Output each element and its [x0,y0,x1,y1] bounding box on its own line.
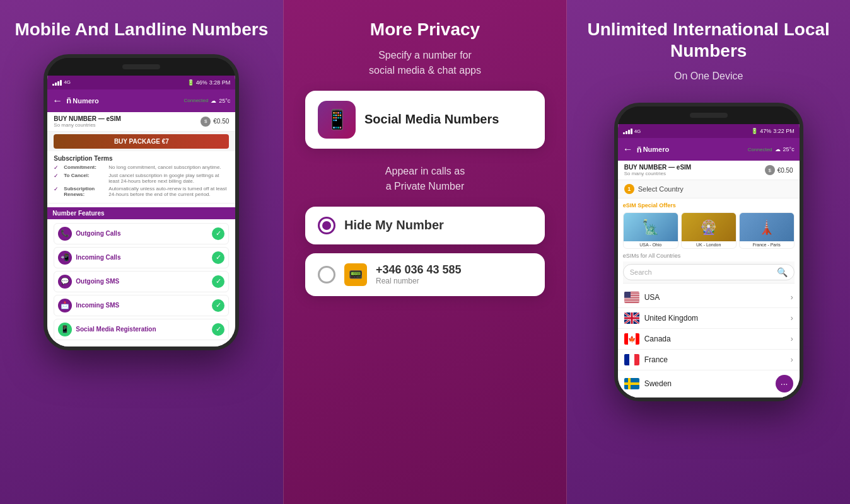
country-name-usa: USA [644,293,786,302]
number-features: Number Features 📞 Outgoing Calls ✓ 📲 Inc… [47,203,235,346]
feature-left-sms-in: 📩 Incoming SMS [58,299,119,312]
right-phone-screen: 4G 🔋 47% 3:22 PM ← ñ Numero Connected ☁ [618,124,800,398]
esim-offers: eSIM Special Offers 🗽 USA - Ohio 🎡 UK - … [618,198,800,287]
svg-rect-11 [636,333,639,345]
search-bar-wrap: Search 🔍 [623,261,795,284]
real-number-info: +346 036 43 585 Real number [376,263,462,285]
left-panel-title: Mobile And Landline Numbers [15,19,268,40]
time-display: 3:28 PM [209,79,231,86]
buy-package-btn[interactable]: BUY PACKAGE €7 [54,134,229,149]
outgoing-sms-check: ✓ [212,275,224,288]
esim-usa-label: USA - Ohio [624,241,678,248]
flag-canada: 🍁 [624,333,639,345]
right-phone-top [618,106,800,124]
feature-left-sms-out: 💬 Outgoing SMS [58,275,119,289]
signal-bars-icon [52,79,62,86]
check-icon-1: ✓ [54,164,60,171]
right-logo-n: ñ [637,145,642,154]
feature-outgoing-sms[interactable]: 💬 Outgoing SMS ✓ [54,271,229,292]
right-status-right: 🔋 47% 3:22 PM [751,128,795,134]
chevron-uk: › [791,314,793,323]
right-phone-notch [690,113,728,118]
hide-number-text: Hide My Number [344,218,444,232]
feature-incoming-sms[interactable]: 📩 Incoming SMS ✓ [54,295,229,316]
battery-icon: 🔋 [187,79,194,86]
sub-item-renew: ✓ Subscription Renews: Automatically unl… [54,186,229,197]
header-right: Connected ☁ 25°c [184,98,231,104]
country-item-uk[interactable]: United Kingdom › [618,308,800,329]
r-signal-2 [626,131,627,134]
svg-rect-14 [629,354,634,365]
more-options-btn[interactable]: ··· [776,375,793,392]
svg-rect-7 [624,292,631,298]
social-card-icon-wrap: 📱 [318,101,356,139]
right-back-icon[interactable]: ← [623,144,633,155]
incoming-sms-icon: 📩 [58,299,72,312]
left-panel: Mobile And Landline Numbers 4G 🔋 [0,0,283,504]
sub-value-3: Automatically unless auto-renew is turne… [108,186,229,197]
phone-screen: 4G 🔋 46% 3:28 PM ← ñ Numero Connected ☁ [47,76,235,346]
social-media-card[interactable]: 📱 Social Media Numbers [305,91,545,149]
right-buy-sub: So many countries [624,171,692,176]
country-name-uk: United Kingdom [644,314,786,323]
svg-text:🍁: 🍁 [628,335,636,343]
subscription-title: Subscription Terms [54,155,229,162]
sub-item-commitment: ✓ Commitment: No long commitment, cancel… [54,164,229,171]
right-status-bar: 4G 🔋 47% 3:22 PM [618,124,800,138]
feature-social-media[interactable]: 📱 Social Media Registeration ✓ [54,319,229,340]
buy-banner-title: BUY NUMBER — eSIM [54,115,121,122]
right-buy-price: $ €0.50 [765,165,793,175]
country-item-usa[interactable]: USA › [618,287,800,308]
country-item-sweden[interactable]: Sweden ··· [618,370,800,398]
esim-france-img: 🗼 [740,213,794,241]
status-bar-right: 🔋 46% 3:28 PM [187,79,231,86]
radio-selected[interactable] [318,217,335,234]
chevron-canada: › [791,335,793,343]
signal-bar-3 [57,81,59,86]
price-display: €0.50 [213,118,229,125]
search-icon[interactable]: 🔍 [777,267,788,277]
app-logo: ñ Numero [66,96,180,105]
country-item-canada[interactable]: 🍁 Canada › [618,329,800,350]
buy-banner-price: $ €0.50 [201,117,229,127]
right-buy-info: BUY NUMBER — eSIM So many countries [624,164,692,176]
back-icon[interactable]: ← [52,95,62,106]
feature-outgoing-calls[interactable]: 📞 Outgoing Calls ✓ [54,223,229,244]
sub-label-2: To Cancel: [64,173,105,184]
esim-usa-img: 🗽 [624,213,678,241]
flag-sweden [624,378,639,389]
country-item-france[interactable]: France › [618,350,800,370]
right-status-left: 4G [623,128,641,134]
outgoing-sms-icon: 💬 [58,275,72,289]
logo-n: ñ [66,96,71,105]
middle-panel-title: More Privacy [370,19,480,40]
esim-card-usa[interactable]: 🗽 USA - Ohio [623,212,678,249]
signal-bar-1 [52,84,54,86]
country-name-france: France [644,355,786,364]
signal-bar-2 [55,83,57,86]
hide-number-card[interactable]: Hide My Number [305,207,545,244]
right-phone-mockup: 4G 🔋 47% 3:22 PM ← ñ Numero Connected ☁ [614,103,803,401]
radio-unselected[interactable] [318,266,335,284]
svg-rect-15 [634,354,639,365]
svg-rect-6 [624,301,639,302]
coin-icon: $ [201,117,211,127]
right-coin-icon: $ [765,165,775,175]
feature-left-incoming: 📲 Incoming Calls [58,251,120,265]
svg-rect-18 [624,382,639,385]
battery-pct: 46% [196,79,207,86]
esim-card-uk[interactable]: 🎡 UK - London [681,212,736,249]
check-icon-3: ✓ [54,186,60,197]
select-country-bar: 1 Select Country [618,180,800,198]
real-number-display: +346 036 43 585 [376,263,462,277]
step-dot: 1 [624,184,634,194]
real-number-card[interactable]: 📟 +346 036 43 585 Real number [305,253,545,296]
social-media-label: Social Media Registeration [76,326,156,333]
esim-france-label: France - Paris [740,241,794,248]
right-panel-subtitle: On One Device [674,69,743,84]
country-name-canada: Canada [644,335,786,343]
esim-card-france[interactable]: 🗼 France - Paris [739,212,795,249]
sub-value-1: No long commitment, cancel subscription … [108,164,221,171]
feature-incoming-calls[interactable]: 📲 Incoming Calls ✓ [54,247,229,268]
middle-panel-subtitle: Specify a number for social media & chat… [369,48,481,78]
